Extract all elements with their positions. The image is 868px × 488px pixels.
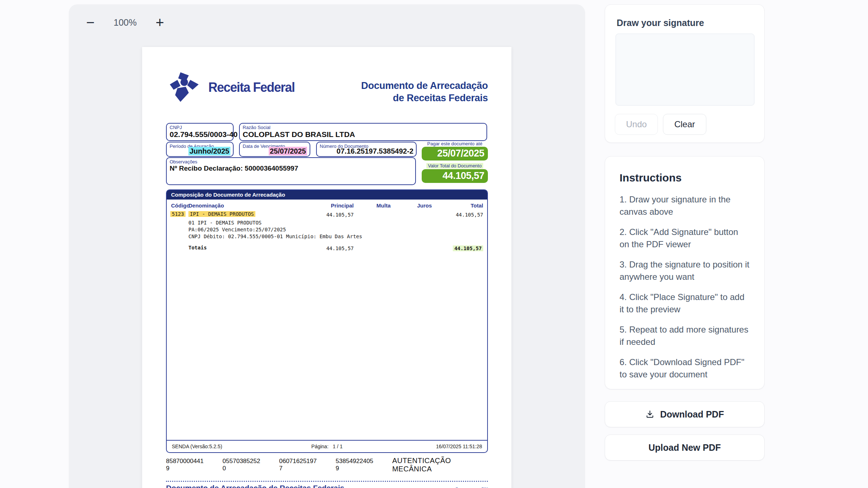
row-codigo: 5123 — [170, 211, 186, 217]
document-title-line1: Documento de Arrecadação — [361, 80, 488, 92]
next-document-title: Documento de Arrecadação de Receitas Fed… — [166, 484, 344, 488]
upload-new-pdf-label: Upload New PDF — [648, 442, 721, 453]
valor-total-label: Valor Total do Documento — [422, 163, 488, 168]
zoom-out-button[interactable]: − — [82, 14, 99, 31]
barcode-number-4: 53854922405 9 — [336, 458, 376, 472]
numero-documento-value: 07.16.25197.5385492-2 — [337, 147, 413, 155]
page-indicator: Página: 1 / 1 — [167, 444, 487, 449]
cut-line — [166, 481, 488, 482]
darf-document: Receita Federal Documento de Arrecadação… — [166, 47, 488, 488]
barcode-number-3: 06071625197 7 — [279, 458, 320, 472]
row-detail-2: PA:06/2025 Vencimento:25/07/2025 — [188, 226, 286, 233]
data-vencimento-field: Data de Vencimento 25/07/2025 — [239, 142, 310, 157]
instructions-title: Instructions — [620, 172, 750, 184]
barcode-number-2: 05570385252 0 — [222, 458, 263, 472]
row-total: 44.105,57 — [456, 212, 483, 218]
signature-canvas[interactable] — [616, 34, 754, 106]
receita-federal-mark-icon — [166, 72, 204, 103]
numero-documento-field: Número do Documento 07.16.25197.5385492-… — [316, 142, 417, 157]
brand-name: Receita Federal — [208, 80, 294, 95]
pagar-ate-label: Pagar este documento até — [422, 141, 488, 146]
periodo-apuracao-field: Período de Apuração Junho/2025 — [166, 142, 234, 157]
row-denominacao: IPI - DEMAIS PRODUTOS — [188, 211, 255, 217]
zoom-toolbar: − 100% + — [82, 14, 169, 31]
row-codigo-text: 5123 — [170, 211, 186, 217]
upload-new-pdf-button[interactable]: Upload New PDF — [605, 435, 765, 461]
barcode-number-1: 85870000441 9 — [166, 458, 207, 472]
data-vencimento-value: 25/07/2025 — [269, 147, 307, 155]
col-juros: Juros — [417, 202, 432, 209]
row-detail-1: 01 IPI - DEMAIS PRODUTOS — [188, 219, 261, 226]
instruction-step-1: 1. Draw your signature in the canvas abo… — [620, 193, 750, 218]
barcode-row: 85870000441 9 05570385252 0 06071625197 … — [166, 457, 488, 473]
razao-social-label: Razão Social — [240, 124, 486, 130]
pagar-ate-value: 25/07/2025 — [422, 147, 488, 160]
razao-social-field: Razão Social COLOPLAST DO BRASIL LTDA — [239, 123, 487, 141]
cnpj-value: 02.794.555/0003-40 — [167, 130, 233, 139]
page-value: 1 / 1 — [333, 444, 342, 449]
instruction-step-4: 4. Click "Place Signature" to add it to … — [620, 291, 750, 316]
pdf-viewer-panel: − 100% + Receita Federal Docum — [69, 4, 585, 488]
instruction-step-2: 2. Click "Add Signature" button on the P… — [620, 226, 750, 251]
signature-buttons: Undo Clear — [615, 114, 706, 135]
document-title-line2: de Receitas Federais — [361, 92, 488, 104]
col-principal: Principal — [331, 202, 354, 209]
download-icon — [645, 410, 655, 419]
row-denominacao-text: IPI - DEMAIS PRODUTOS — [188, 211, 255, 217]
zoom-level: 100% — [107, 17, 143, 28]
observacoes-label: Observações — [167, 158, 415, 164]
valor-total-label-text: Valor Total do Documento — [426, 163, 483, 168]
cnpj-field: CNPJ 02.794.555/0003-40 — [166, 123, 234, 141]
undo-button[interactable]: Undo — [615, 114, 658, 135]
clear-button[interactable]: Clear — [663, 114, 706, 135]
instruction-step-6: 6. Click "Download Signed PDF" to save y… — [620, 356, 750, 381]
next-document-section: Documento de Arrecadação de Receitas Fed… — [166, 484, 488, 488]
razao-social-value: COLOPLAST DO BRASIL LTDA — [240, 130, 486, 139]
totais-total: 44.105,57 — [453, 245, 483, 251]
totais-total-text: 44.105,57 — [453, 245, 483, 251]
pdf-page: Receita Federal Documento de Arrecadação… — [142, 47, 511, 488]
page-label: Página: — [311, 444, 328, 449]
instruction-step-3: 3. Drag the signature to position it any… — [620, 258, 750, 283]
instructions-card: Instructions 1. Draw your signature in t… — [605, 156, 765, 389]
observacoes-field: Observações Nº Recibo Declaração: 500003… — [166, 157, 416, 185]
totais-label: Totais — [188, 245, 207, 251]
valor-total-value: 44.105,57 — [422, 169, 488, 183]
col-multa: Multa — [376, 202, 391, 209]
totais-principal: 44.105,57 — [326, 245, 354, 251]
instruction-step-5: 5. Repeat to add more signatures if need… — [620, 324, 750, 348]
composicao-title: Composição do Documento de Arrecadação — [167, 190, 487, 200]
observacoes-value: Nº Recibo Declaração: 50000364055997 — [167, 164, 415, 172]
cnpj-label: CNPJ — [167, 124, 233, 130]
row-detail-3: CNPJ Débito: 02.794.555/0005-01 Municípi… — [188, 233, 362, 240]
composicao-section: Composição do Documento de Arrecadação C… — [166, 189, 488, 453]
periodo-apuracao-value: Junho/2025 — [188, 147, 230, 155]
col-denominacao: Denominação — [188, 202, 224, 209]
row-principal: 44.105,57 — [326, 212, 354, 218]
col-codigo: Código — [171, 202, 190, 209]
signature-title: Draw your signature — [617, 18, 704, 28]
receita-federal-logo: Receita Federal — [166, 72, 299, 103]
download-pdf-label: Download PDF — [660, 409, 724, 420]
col-total: Total — [471, 202, 483, 209]
document-title: Documento de Arrecadação de Receitas Fed… — [361, 80, 488, 104]
zoom-in-button[interactable]: + — [151, 14, 169, 31]
download-pdf-button[interactable]: Download PDF — [605, 401, 765, 427]
document-footer: SENDA (Versão:5.2.5) Página: 1 / 1 16/07… — [167, 440, 487, 452]
autenticacao-mecanica: AUTENTICAÇÃO MECÂNICA — [392, 457, 488, 473]
signature-card: Draw your signature Undo Clear — [605, 4, 765, 143]
